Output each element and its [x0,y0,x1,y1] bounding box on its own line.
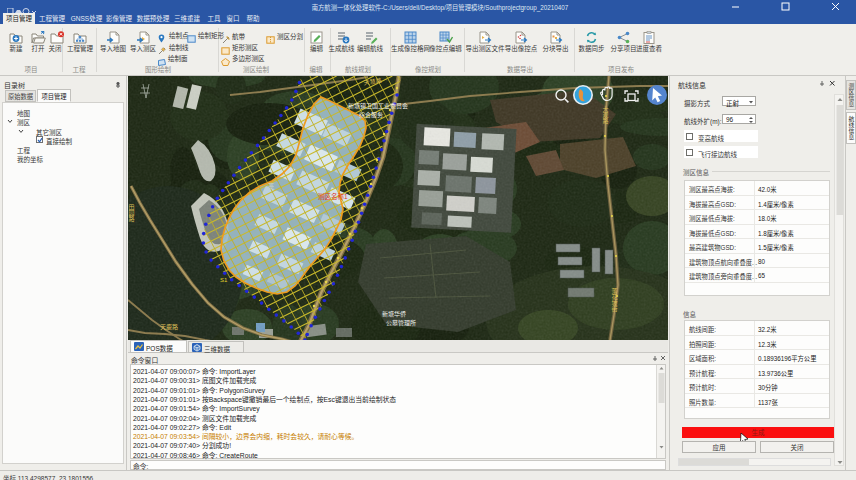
svg-text:新塘镇卫国工业委员会: 新塘镇卫国工业委员会 [348,102,408,110]
svg-text:田园路: 田园路 [128,204,134,223]
svg-text:大观路: 大观路 [602,105,608,125]
svg-text:S1: S1 [220,277,228,283]
svg-text:天鹿路: 天鹿路 [160,323,178,331]
svg-text:综合服务: 综合服务 [359,111,383,119]
svg-text:新塘华侨: 新塘华侨 [382,310,406,318]
svg-text:测区名称1: 测区名称1 [318,192,348,201]
svg-text:公墓管理所: 公墓管理所 [386,319,416,327]
svg-text:落花坡街: 落花坡街 [611,287,617,313]
svg-text:茶: 茶 [268,182,274,189]
